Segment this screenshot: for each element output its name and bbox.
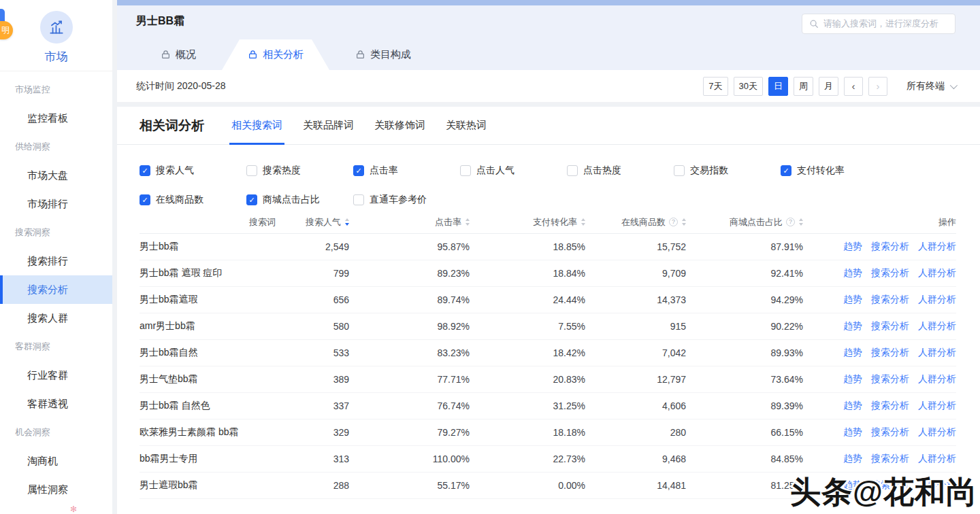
- checkbox-icon[interactable]: [140, 165, 150, 176]
- crowd-analysis-link[interactable]: 人群分析: [918, 267, 956, 279]
- search-analysis-link[interactable]: 搜索分析: [871, 241, 909, 253]
- panel-tab[interactable]: 关联修饰词: [374, 107, 425, 145]
- crowd-analysis-link[interactable]: 人群分析: [918, 400, 956, 412]
- metric-filter[interactable]: 点击热度: [567, 165, 674, 176]
- sidebar-item[interactable]: 行业客群: [0, 361, 112, 390]
- search-analysis-link[interactable]: 搜索分析: [871, 453, 909, 465]
- sidebar-item[interactable]: 客群透视: [0, 390, 112, 418]
- checkbox-icon[interactable]: [460, 165, 471, 176]
- trend-link[interactable]: 趋势: [843, 241, 862, 253]
- column-header[interactable]: 操作: [803, 216, 956, 228]
- table-row: 男士bb霜遮瑕 656 89.74% 24.44% 14,373 94.29% …: [140, 287, 956, 313]
- terminal-dropdown[interactable]: 所有终端: [906, 80, 956, 92]
- search-placeholder: 请输入搜索词，进行深度分析: [823, 18, 938, 30]
- crowd-analysis-link[interactable]: 人群分析: [918, 373, 956, 386]
- next-period-button[interactable]: ›: [868, 77, 887, 96]
- crowd-analysis-link[interactable]: 人群分析: [918, 453, 956, 465]
- sidebar-item[interactable]: 机会洞察: [0, 418, 112, 447]
- checkbox-icon[interactable]: [246, 165, 257, 176]
- column-header[interactable]: 搜索人气: [276, 216, 349, 228]
- cell-online-items: 280: [585, 427, 686, 438]
- trend-link[interactable]: 趋势: [843, 373, 862, 386]
- metric-filter[interactable]: 商城点击占比: [246, 194, 353, 205]
- trend-link[interactable]: 趋势: [843, 294, 862, 306]
- crowd-analysis-link[interactable]: 人群分析: [918, 426, 956, 439]
- checkbox-icon[interactable]: [781, 165, 791, 176]
- search-analysis-link[interactable]: 搜索分析: [871, 426, 909, 439]
- trend-link[interactable]: 趋势: [843, 400, 862, 412]
- module-switcher[interactable]: 市场: [0, 0, 112, 71]
- trend-link[interactable]: 趋势: [843, 347, 862, 359]
- column-header[interactable]: 搜索词: [140, 216, 276, 228]
- checkbox-icon[interactable]: [674, 165, 685, 176]
- checkbox-icon[interactable]: [353, 194, 364, 205]
- crowd-analysis-link[interactable]: 人群分析: [918, 241, 956, 253]
- metric-filter[interactable]: 搜索人气: [140, 165, 246, 176]
- checkbox-icon[interactable]: [140, 194, 150, 205]
- search-analysis-link[interactable]: 搜索分析: [871, 373, 909, 386]
- sidebar-item[interactable]: 搜索分析: [0, 275, 112, 304]
- metric-filter[interactable]: 点击人气: [460, 165, 567, 176]
- checkbox-icon[interactable]: [246, 194, 257, 205]
- search-analysis-link[interactable]: 搜索分析: [871, 320, 909, 332]
- header-tab[interactable]: 相关分析: [222, 39, 329, 70]
- sidebar-item[interactable]: 属性洞察: [0, 475, 112, 504]
- panel-tab[interactable]: 关联品牌词: [303, 107, 354, 145]
- sidebar-item[interactable]: 淘商机: [0, 447, 112, 475]
- column-header[interactable]: 在线商品数: [585, 216, 686, 228]
- period-button[interactable]: 30天: [734, 77, 763, 96]
- prev-period-button[interactable]: ‹: [844, 77, 863, 96]
- help-icon[interactable]: [669, 218, 678, 226]
- sidebar-item[interactable]: 搜索洞察: [0, 218, 112, 247]
- period-button[interactable]: 7天: [703, 77, 728, 96]
- metric-filter[interactable]: 点击率: [353, 165, 460, 176]
- cell-click-rate: 79.27%: [349, 427, 470, 438]
- help-icon[interactable]: [786, 218, 795, 226]
- period-button[interactable]: 周: [794, 77, 813, 96]
- sidebar-item[interactable]: 搜索人群: [0, 304, 112, 332]
- panel-tab[interactable]: 关联热词: [446, 107, 487, 145]
- trend-link[interactable]: 趋势: [843, 267, 862, 279]
- sidebar-item[interactable]: 监控看板: [0, 104, 112, 133]
- search-analysis-link[interactable]: 搜索分析: [871, 294, 909, 306]
- period-button[interactable]: 日: [768, 77, 788, 96]
- sidebar-item-label: 客群透视: [27, 398, 68, 411]
- trend-link[interactable]: 趋势: [843, 426, 862, 439]
- metric-filter[interactable]: 搜索热度: [246, 165, 353, 176]
- column-header-label: 在线商品数: [621, 216, 666, 228]
- sidebar-item[interactable]: 市场大盘: [0, 161, 112, 190]
- checkbox-icon[interactable]: [353, 165, 364, 176]
- header-tab[interactable]: 概况: [135, 39, 222, 70]
- crowd-analysis-link[interactable]: 人群分析: [918, 347, 956, 359]
- table-row: 男士bb霜 遮瑕 痘印 799 89.23% 18.84% 9,709 92.4…: [140, 260, 956, 287]
- header-tab[interactable]: 类目构成: [329, 39, 437, 70]
- column-header[interactable]: 支付转化率: [470, 216, 585, 228]
- sidebar-item[interactable]: 客群洞察: [0, 332, 112, 361]
- crowd-analysis-link[interactable]: 人群分析: [918, 294, 956, 306]
- period-button[interactable]: 月: [819, 77, 838, 96]
- sidebar-item[interactable]: 市场排行: [0, 190, 112, 218]
- crowd-analysis-link[interactable]: 人群分析: [918, 320, 956, 332]
- search-analysis-link[interactable]: 搜索分析: [871, 347, 909, 359]
- metric-filter[interactable]: 支付转化率: [781, 165, 887, 176]
- checkbox-icon[interactable]: [567, 165, 578, 176]
- sidebar-item[interactable]: 搜索排行: [0, 247, 112, 275]
- column-header[interactable]: 商城点击占比: [686, 216, 803, 228]
- terminal-label: 所有终端: [906, 80, 945, 92]
- sidebar-item[interactable]: 市场监控: [0, 75, 112, 104]
- metric-filter[interactable]: 交易指数: [674, 165, 781, 176]
- search-analysis-link[interactable]: 搜索分析: [871, 267, 909, 279]
- metric-filter[interactable]: 直通车参考价: [353, 194, 460, 205]
- sidebar-item[interactable]: 供给洞察: [0, 133, 112, 161]
- cell-pay-conversion: 20.83%: [470, 374, 585, 385]
- search-analysis-link[interactable]: 搜索分析: [871, 400, 909, 412]
- column-header[interactable]: 点击率: [349, 216, 470, 228]
- trend-link[interactable]: 趋势: [843, 320, 862, 332]
- panel-tab[interactable]: 相关搜索词: [231, 107, 282, 145]
- cell-mall-click-share: 92.41%: [686, 268, 803, 279]
- bag-icon: [355, 50, 365, 60]
- search-input[interactable]: 请输入搜索词，进行深度分析: [802, 14, 956, 34]
- metric-filter[interactable]: 在线商品数: [140, 194, 246, 205]
- sidebar-item-label: 搜索分析: [27, 284, 68, 296]
- trend-link[interactable]: 趋势: [843, 453, 862, 465]
